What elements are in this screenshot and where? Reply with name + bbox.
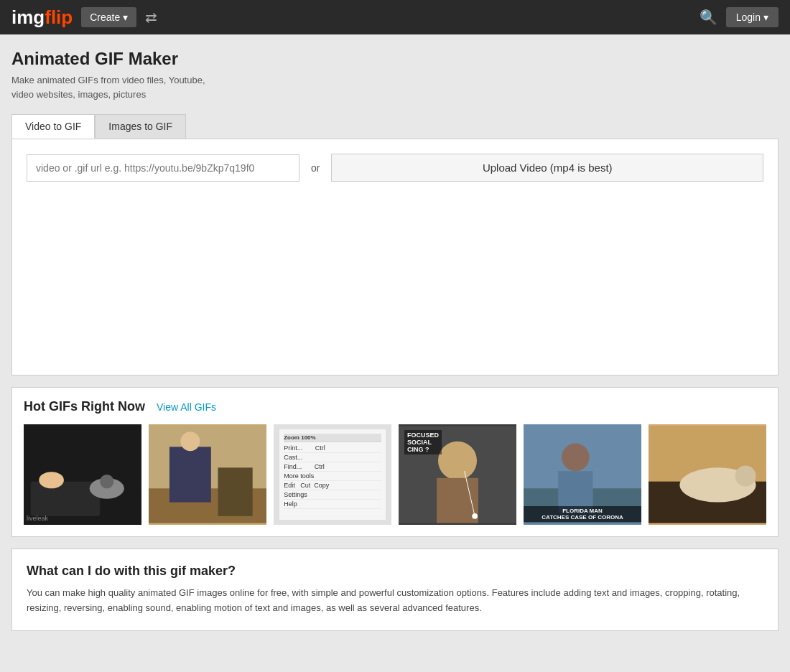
screen-menu: Zoom 100% Print... Ctrl Cast... Find... … <box>279 429 386 520</box>
chevron-down-icon: ▾ <box>123 11 128 23</box>
gif-image: liveleak <box>24 424 141 525</box>
video-url-input[interactable] <box>27 154 299 182</box>
tab-video-to-gif[interactable]: Video to GIF <box>11 114 95 139</box>
tabs-container: Video to GIF Images to GIF <box>11 114 779 139</box>
gif-thumbnail[interactable]: liveleak <box>24 424 141 525</box>
search-icon: 🔍 <box>700 9 717 25</box>
gif-thumbnail[interactable]: FOCUSEDSOCIALCING ? <box>399 424 516 525</box>
gif-image <box>649 424 766 525</box>
what-can-i-do-section: What can I do with this gif maker? You c… <box>11 549 779 631</box>
svg-point-17 <box>562 444 590 472</box>
logo-img: img <box>11 6 45 29</box>
upload-video-label: Upload Video <box>483 162 547 174</box>
video-input-row: or Upload Video (mp4 is best) <box>27 154 763 182</box>
hot-gifs-title: Hot GIFs Right Now <box>24 399 145 414</box>
svg-rect-1 <box>31 482 100 516</box>
svg-point-8 <box>180 431 200 451</box>
create-label: Create <box>90 11 120 23</box>
or-label: or <box>311 162 320 174</box>
create-button[interactable]: Create ▾ <box>81 7 136 27</box>
svg-rect-7 <box>169 447 211 502</box>
svg-point-14 <box>472 513 478 519</box>
upload-video-button[interactable]: Upload Video (mp4 is best) <box>331 154 763 182</box>
svg-point-22 <box>735 465 756 486</box>
logo: imgflip <box>11 6 73 29</box>
gif-thumbnail[interactable] <box>149 424 266 525</box>
svg-point-2 <box>39 472 64 488</box>
gifs-grid: liveleak <box>24 424 766 525</box>
login-button[interactable]: Login ▾ <box>726 7 779 27</box>
page-subtitle: Make animated GIFs from video files, You… <box>11 73 779 101</box>
hot-gifs-section: Hot GIFs Right Now View All GIFs livelea… <box>11 387 779 537</box>
gif-image: FOCUSEDSOCIALCING ? <box>399 424 516 525</box>
header-right: 🔍 Login ▾ <box>700 7 779 27</box>
gif-thumbnail[interactable]: FLORIDA MANCATCHES CASE OF CORONA <box>524 424 641 525</box>
logo-flip: flip <box>45 6 73 29</box>
upload-video-note: (mp4 is best) <box>550 162 613 174</box>
header-left: imgflip Create ▾ ⇄ <box>11 6 157 29</box>
svg-rect-9 <box>218 467 252 516</box>
login-label: Login <box>736 11 761 23</box>
overlay-text: FOCUSEDSOCIALCING ? <box>404 430 442 454</box>
page-title: Animated GIF Maker <box>11 49 779 69</box>
search-button[interactable]: 🔍 <box>700 9 717 26</box>
svg-rect-12 <box>437 478 478 523</box>
florida-man-text: FLORIDA MANCATCHES CASE OF CORONA <box>524 506 641 522</box>
gif-image: Zoom 100% Print... Ctrl Cast... Find... … <box>274 424 391 525</box>
chevron-down-icon: ▾ <box>763 11 768 23</box>
shuffle-icon[interactable]: ⇄ <box>145 9 157 26</box>
main-content: Animated GIF Maker Make animated GIFs fr… <box>0 34 790 645</box>
view-all-gifs-link[interactable]: View All GIFs <box>157 401 216 413</box>
gif-image <box>149 424 266 525</box>
gif-thumbnail[interactable] <box>649 424 766 525</box>
gif-image: FLORIDA MANCATCHES CASE OF CORONA <box>524 424 641 525</box>
what-description: You can make high quality animated GIF i… <box>27 586 763 616</box>
svg-point-4 <box>100 475 113 488</box>
tab-images-to-gif[interactable]: Images to GIF <box>95 114 186 139</box>
what-title: What can I do with this gif maker? <box>27 564 763 579</box>
header: imgflip Create ▾ ⇄ 🔍 Login ▾ <box>0 0 790 34</box>
svg-point-11 <box>438 442 477 480</box>
hot-gifs-header: Hot GIFs Right Now View All GIFs <box>24 399 766 414</box>
main-panel: or Upload Video (mp4 is best) <box>11 139 779 375</box>
gif-thumbnail[interactable]: Zoom 100% Print... Ctrl Cast... Find... … <box>274 424 391 525</box>
